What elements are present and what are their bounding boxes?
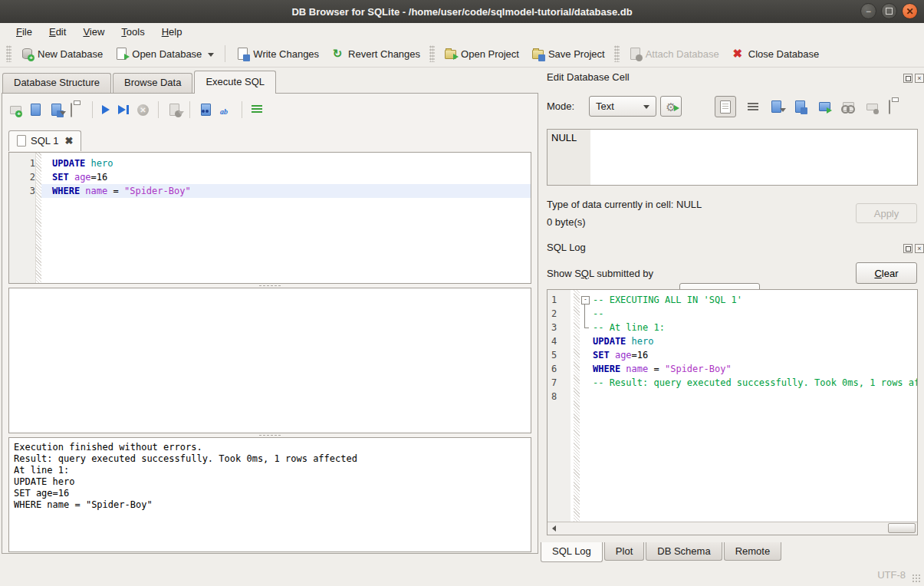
execute-all-icon[interactable] — [102, 105, 110, 114]
log-line: 5SET age=16 — [547, 348, 917, 362]
revert-changes-button[interactable]: ↻ Revert Changes — [325, 44, 426, 63]
dock-tab-remote[interactable]: Remote — [724, 542, 782, 561]
app-window: DB Browser for SQLite - /home/user/code/… — [0, 0, 924, 586]
edit-cell-dock-title: Edit Database Cell — [547, 71, 630, 83]
maximize-icon[interactable] — [881, 3, 897, 19]
cell-value: NULL — [551, 132, 577, 143]
toolbar-drag-handle[interactable] — [6, 45, 12, 62]
open-project-icon — [444, 48, 456, 60]
format-sql-icon[interactable] — [252, 105, 262, 114]
log-line: 4UPDATE hero — [547, 334, 917, 348]
print-cell-icon[interactable] — [889, 100, 901, 113]
import-data-icon[interactable] — [770, 100, 782, 113]
scroll-left-icon[interactable] — [547, 522, 560, 534]
cell-size-label: 0 byte(s) — [547, 216, 586, 228]
sql-file-tab-bar: SQL 1 ✖ — [8, 128, 81, 151]
open-database-dropdown-icon[interactable] — [208, 53, 214, 57]
close-icon[interactable]: ✕ — [902, 3, 918, 19]
text-mode-button[interactable] — [715, 96, 736, 117]
attach-database-button[interactable]: Attach Database — [623, 44, 725, 63]
menu-edit[interactable]: Edit — [41, 25, 74, 39]
attach-database-icon — [629, 48, 641, 60]
dock-tab-bar: SQL Log Plot DB Schema Remote — [541, 542, 783, 563]
dock-tab-plot[interactable]: Plot — [604, 542, 644, 561]
cell-editor[interactable]: NULL — [547, 129, 918, 186]
menu-file[interactable]: File — [8, 25, 41, 39]
scrollbar-thumb[interactable] — [888, 523, 916, 533]
menu-view[interactable]: View — [74, 25, 113, 39]
fold-collapse-icon[interactable]: - — [571, 293, 591, 307]
execute-sql-panel: + ✕ ab SQL 1 ✖ — [2, 93, 538, 554]
resize-grip[interactable] — [912, 574, 921, 583]
auto-switch-mode-button[interactable]: ⚙ — [660, 96, 682, 117]
menu-tools[interactable]: Tools — [113, 25, 153, 39]
editor-line: 1UPDATE hero — [9, 156, 531, 170]
close-dock-icon[interactable]: × — [915, 74, 924, 83]
write-changes-icon — [236, 48, 248, 60]
window-controls: − ✕ — [860, 3, 918, 19]
main-tab-bar: Database Structure Browse Data Execute S… — [2, 73, 278, 94]
open-sql-file-icon[interactable] — [29, 104, 41, 116]
toolbar-drag-handle[interactable] — [614, 45, 620, 62]
close-database-icon: ✖ — [732, 48, 744, 60]
show-sql-label: Show SQL submitted by — [547, 268, 653, 279]
save-project-icon — [531, 48, 544, 60]
horizontal-scrollbar[interactable] — [547, 522, 917, 535]
tab-execute-sql[interactable]: Execute SQL — [194, 71, 276, 94]
word-wrap-icon[interactable] — [748, 103, 758, 111]
minimize-icon[interactable]: − — [860, 3, 876, 19]
float-dock-icon[interactable] — [903, 244, 912, 253]
menu-bar: File Edit View Tools Help — [0, 23, 924, 41]
save-sql-file-icon[interactable] — [50, 104, 62, 116]
float-dock-icon[interactable] — [903, 74, 912, 83]
editor-line: 2SET age=16 — [9, 170, 531, 184]
open-database-button[interactable]: Open Database — [109, 44, 220, 63]
menu-help[interactable]: Help — [153, 25, 191, 39]
execute-current-line-icon[interactable] — [118, 105, 129, 114]
close-dock-icon[interactable]: × — [915, 244, 924, 253]
log-line: 7-- Result: query executed successfully.… — [547, 376, 917, 390]
print-icon[interactable] — [71, 104, 83, 116]
window-title: DB Browser for SQLite - /home/user/code/… — [291, 6, 632, 18]
new-database-button[interactable]: + New Database — [15, 44, 109, 63]
find-icon[interactable] — [199, 104, 212, 116]
open-project-button[interactable]: Open Project — [438, 44, 525, 63]
mode-label: Mode: — [547, 100, 574, 112]
log-line: 3-- At line 1: — [547, 321, 917, 334]
open-external-icon[interactable] — [817, 100, 830, 113]
title-bar[interactable]: DB Browser for SQLite - /home/user/code/… — [0, 0, 924, 24]
open-database-icon — [115, 48, 127, 60]
message-pane[interactable]: Execution finished without errors. Resul… — [8, 437, 531, 552]
save-results-icon[interactable] — [168, 104, 180, 116]
encoding-indicator[interactable]: UTF-8 — [877, 569, 906, 581]
stop-icon[interactable]: ✕ — [137, 104, 149, 116]
log-line: 1--- EXECUTING ALL IN 'SQL 1' — [547, 293, 917, 307]
sql-toolbar: + ✕ ab — [8, 99, 262, 120]
open-sql-tab-icon[interactable]: + — [8, 104, 21, 116]
dock-tab-sql-log[interactable]: SQL Log — [541, 542, 603, 562]
mode-combobox[interactable]: Text — [589, 96, 656, 117]
find-replace-icon[interactable]: ab — [220, 104, 232, 116]
set-null-icon[interactable] — [865, 100, 877, 113]
clear-button[interactable]: Clear — [856, 262, 917, 284]
close-tab-icon[interactable]: ✖ — [64, 135, 73, 146]
sql-document-icon — [17, 135, 26, 146]
close-database-button[interactable]: ✖ Close Database — [725, 44, 826, 63]
results-pane[interactable] — [8, 288, 531, 433]
toolbar-drag-handle[interactable] — [429, 45, 435, 62]
apply-button[interactable]: Apply — [856, 203, 917, 223]
export-data-icon[interactable] — [794, 100, 806, 113]
log-line: 6WHERE name = "Spider-Boy" — [547, 362, 917, 376]
sql-file-tab[interactable]: SQL 1 ✖ — [8, 130, 81, 151]
tab-browse-data[interactable]: Browse Data — [113, 73, 192, 94]
tab-database-structure[interactable]: Database Structure — [2, 73, 111, 94]
dock-tab-db-schema[interactable]: DB Schema — [646, 542, 722, 561]
gear-icon: ⚙ — [665, 100, 677, 113]
sql-log-view[interactable]: 1--- EXECUTING ALL IN 'SQL 1' 2-- 3-- At… — [547, 289, 918, 535]
write-changes-button[interactable]: Write Changes — [230, 44, 325, 63]
sql-editor[interactable]: 1UPDATE hero 2SET age=16 3WHERE name = "… — [8, 152, 531, 284]
sql-log-dock-title: SQL Log — [547, 242, 586, 253]
set-link-icon[interactable] — [841, 100, 853, 113]
save-project-button[interactable]: Save Project — [525, 44, 611, 63]
revert-changes-icon: ↻ — [331, 48, 344, 60]
